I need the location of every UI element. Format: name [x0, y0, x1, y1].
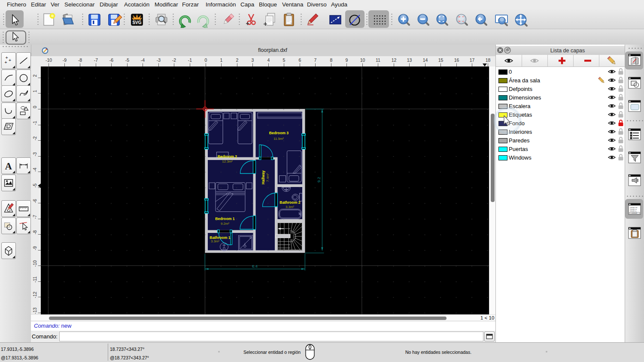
svg-text:17: 17 [470, 57, 475, 63]
svg-text:-3: -3 [32, 152, 37, 156]
svg-text:10: 10 [360, 57, 365, 63]
svg-text:3.3m²: 3.3m² [211, 239, 219, 243]
svg-text:-9: -9 [63, 57, 67, 63]
svg-text:8: 8 [330, 57, 333, 63]
svg-text:Bathroom 1: Bathroom 1 [210, 235, 230, 240]
svg-text:-4: -4 [141, 57, 145, 63]
svg-text:2: 2 [236, 57, 239, 63]
svg-text:-6: -6 [109, 57, 113, 63]
svg-text:-10: -10 [32, 260, 37, 267]
svg-text:7: 7 [314, 57, 317, 63]
svg-text:+: + [9, 58, 11, 63]
svg-text:-10: -10 [46, 57, 52, 63]
svg-text:6.4: 6.4 [252, 264, 258, 268]
svg-text:9.2: 9.2 [316, 177, 321, 182]
svg-text:-8: -8 [78, 57, 82, 63]
svg-text:Bathroom 2: Bathroom 2 [279, 200, 300, 205]
svg-text:-12: -12 [32, 292, 37, 298]
svg-text:15: 15 [438, 57, 444, 63]
svg-text:-7: -7 [94, 57, 98, 63]
svg-text:2: 2 [32, 74, 37, 77]
svg-text:Bedroom 2: Bedroom 2 [218, 154, 237, 159]
svg-text:+: + [5, 60, 7, 65]
svg-text:7.4m²: 7.4m² [266, 173, 270, 182]
svg-text:3: 3 [252, 57, 254, 63]
svg-text:Comando: rg: Comando: rg [630, 210, 637, 212]
svg-text:Bedroom 3: Bedroom 3 [269, 131, 289, 135]
svg-text:-1: -1 [32, 121, 37, 125]
svg-text:-6: -6 [32, 199, 37, 203]
svg-text:-13: -13 [32, 308, 37, 314]
svg-text:13: 13 [407, 57, 412, 63]
svg-text:12: 12 [392, 57, 397, 63]
svg-text:-8: -8 [32, 230, 37, 234]
svg-text:-5: -5 [125, 57, 129, 63]
svg-text:1: 1 [220, 57, 223, 63]
svg-text:9: 9 [346, 57, 348, 63]
svg-text:Comando: zw: Comando: zw [630, 208, 637, 210]
svg-text:-4: -4 [32, 168, 37, 172]
svg-text:12.3m²: 12.3m² [222, 160, 233, 163]
svg-text:-7: -7 [32, 215, 37, 219]
svg-text:-9: -9 [32, 246, 37, 250]
svg-text:6: 6 [299, 57, 301, 63]
svg-text:-11: -11 [32, 276, 37, 283]
svg-text:9.2m²: 9.2m² [221, 222, 229, 226]
svg-text:-2: -2 [32, 136, 37, 140]
svg-text:-2: -2 [172, 57, 176, 63]
svg-text:0: 0 [32, 106, 37, 108]
svg-text:SVG: SVG [132, 20, 141, 25]
svg-text:11: 11 [376, 57, 380, 63]
svg-text:4: 4 [267, 57, 270, 63]
svg-text:14: 14 [423, 57, 428, 63]
svg-text:16: 16 [454, 57, 459, 63]
svg-text:< command: < command [630, 212, 637, 214]
svg-text:-5: -5 [32, 184, 37, 187]
svg-text:Comando: new: Comando: new [630, 207, 638, 208]
svg-text:3.3m²: 3.3m² [286, 205, 294, 209]
svg-text:-1: -1 [188, 57, 192, 63]
svg-text:A: A [5, 161, 12, 172]
svg-text:Bedroom 1: Bedroom 1 [215, 217, 235, 221]
svg-text:+: + [5, 55, 8, 60]
svg-text:Hallway: Hallway [261, 170, 265, 184]
svg-text:5: 5 [283, 57, 286, 63]
svg-text:18: 18 [486, 57, 491, 63]
svg-text:0: 0 [205, 57, 207, 63]
svg-text:11.5m²: 11.5m² [273, 137, 284, 141]
svg-text:-3: -3 [157, 57, 161, 63]
svg-text:1: 1 [32, 90, 37, 92]
svg-text:Lista de capas: Lista de capas [550, 48, 585, 54]
